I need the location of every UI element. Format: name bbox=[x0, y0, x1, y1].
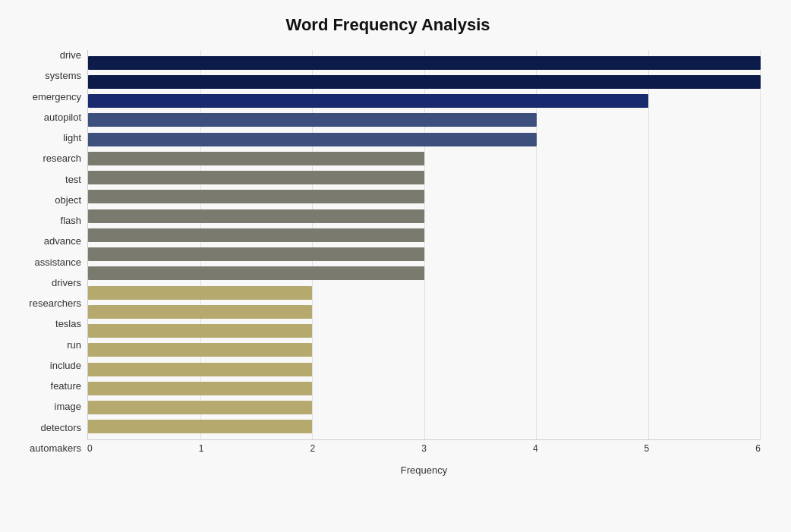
bar-row-object bbox=[88, 187, 761, 206]
y-label-light: light bbox=[63, 133, 81, 143]
bar-drivers bbox=[88, 266, 424, 280]
bar-row-emergency bbox=[88, 92, 761, 111]
bar-teslas bbox=[88, 305, 312, 319]
bar-run bbox=[88, 324, 312, 338]
bar-row-autopilot bbox=[88, 111, 761, 130]
bar-row-feature bbox=[88, 360, 761, 379]
y-label-automakers: automakers bbox=[30, 443, 81, 453]
bar-row-advance bbox=[88, 225, 761, 244]
bar-row-assistance bbox=[88, 245, 761, 264]
y-label-object: object bbox=[55, 195, 81, 205]
y-label-include: include bbox=[50, 360, 81, 370]
chart-area: drivesystemsemergencyautopilotlightresea… bbox=[15, 50, 761, 476]
y-label-flash: flash bbox=[61, 216, 81, 225]
y-label-test: test bbox=[65, 175, 81, 184]
y-label-autopilot: autopilot bbox=[44, 112, 81, 122]
y-label-advance: advance bbox=[44, 236, 81, 246]
bar-detectors bbox=[88, 401, 312, 414]
bar-advance bbox=[88, 228, 424, 242]
bar-test bbox=[88, 171, 424, 184]
x-tick-6: 6 bbox=[755, 443, 761, 463]
bar-row-test bbox=[88, 168, 761, 187]
y-label-systems: systems bbox=[45, 71, 81, 80]
x-axis-label: Frequency bbox=[87, 463, 761, 476]
bar-row-image bbox=[88, 379, 761, 398]
bar-row-run bbox=[88, 322, 761, 341]
bar-row-teslas bbox=[88, 302, 761, 321]
y-label-run: run bbox=[67, 340, 81, 350]
bar-image bbox=[88, 382, 312, 395]
bar-researchers bbox=[88, 286, 312, 300]
bars-wrapper bbox=[88, 50, 761, 439]
y-axis: drivesystemsemergencyautopilotlightresea… bbox=[15, 50, 87, 476]
bar-autopilot bbox=[88, 113, 537, 127]
bar-row-research bbox=[88, 149, 761, 168]
bar-feature bbox=[88, 363, 312, 376]
bar-row-researchers bbox=[88, 283, 761, 302]
y-label-assistance: assistance bbox=[35, 257, 81, 267]
y-label-feature: feature bbox=[51, 381, 81, 391]
bar-object bbox=[88, 190, 424, 203]
y-label-teslas: teslas bbox=[55, 319, 81, 329]
bar-research bbox=[88, 152, 424, 165]
y-label-detectors: detectors bbox=[41, 423, 81, 433]
x-tick-2: 2 bbox=[310, 443, 315, 463]
bar-row-automakers bbox=[88, 417, 761, 436]
bars-area bbox=[87, 50, 761, 440]
y-label-emergency: emergency bbox=[33, 92, 81, 102]
bar-row-drive bbox=[88, 53, 761, 72]
bar-row-light bbox=[88, 130, 761, 149]
x-tick-3: 3 bbox=[421, 443, 427, 463]
y-label-researchers: researchers bbox=[29, 298, 81, 308]
chart-container: Word Frequency Analysis drivesystemsemer… bbox=[0, 0, 791, 532]
bar-emergency bbox=[88, 94, 648, 108]
y-label-drive: drive bbox=[60, 50, 81, 60]
bar-row-drivers bbox=[88, 264, 761, 283]
bars-and-xaxis: 0123456 Frequency bbox=[87, 50, 761, 476]
x-tick-4: 4 bbox=[533, 443, 538, 463]
x-tick-1: 1 bbox=[199, 443, 204, 463]
bar-systems bbox=[88, 75, 761, 89]
y-label-drivers: drivers bbox=[52, 278, 81, 288]
bar-automakers bbox=[88, 420, 312, 433]
bar-include bbox=[88, 343, 312, 357]
bar-assistance bbox=[88, 247, 424, 261]
x-tick-5: 5 bbox=[644, 443, 650, 463]
bar-row-systems bbox=[88, 72, 761, 91]
bar-row-detectors bbox=[88, 398, 761, 417]
bar-flash bbox=[88, 209, 424, 223]
y-label-image: image bbox=[55, 401, 81, 411]
bar-light bbox=[88, 133, 537, 146]
bar-drive bbox=[88, 56, 761, 70]
x-axis: 0123456 bbox=[87, 440, 761, 463]
bar-row-flash bbox=[88, 206, 761, 225]
y-label-research: research bbox=[43, 153, 81, 163]
bar-row-include bbox=[88, 341, 761, 360]
x-tick-0: 0 bbox=[87, 443, 93, 463]
chart-title: Word Frequency Analysis bbox=[15, 15, 761, 35]
